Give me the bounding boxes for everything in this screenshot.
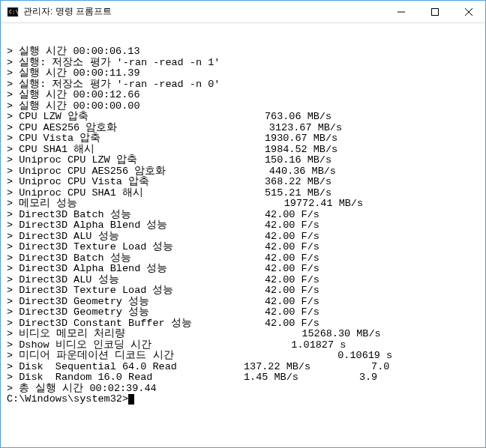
output-line: > Disk Random 16.0 Read 1.45 MB/s 3.9 <box>7 372 485 384</box>
output-line: > Direct3D Batch 성능 42.00 F/s <box>7 210 485 221</box>
maximize-button[interactable] <box>418 1 452 22</box>
output-line: > 총 실행 시간 00:02:39.44 <box>7 384 485 395</box>
output-line: > Direct3D Texture Load 성능 42.00 F/s <box>7 242 485 253</box>
output-line: > 실행: 저장소 평가 '-ran -read -n 1' <box>7 58 485 69</box>
svg-text:C:\: C:\ <box>9 9 19 15</box>
cmd-window: C:\ 관리자: 명령 프롬프트 > 실행 시간 00:00:06.13> 실행… <box>0 0 486 448</box>
output-line: > Direct3D ALU 성능 42.00 F/s <box>7 275 485 286</box>
output-line: > 실행: 저장소 평가 '-ran -read -n 0' <box>7 79 485 91</box>
output-line: > CPU Vista 압축 1930.67 MB/s <box>7 133 485 145</box>
output-line: > Uniproc CPU Vista 압축 368.22 MB/s <box>7 177 485 188</box>
output-line: > Direct3D Geometry 성능 42.00 F/s <box>7 297 485 308</box>
output-line: > Disk Sequential 64.0 Read 137.22 MB/s … <box>7 362 485 373</box>
output-line: > Uniproc CPU AES256 암호화 440.36 MB/s <box>7 166 485 178</box>
output-line: > Direct3D Texture Load 성능 42.00 F/s <box>7 285 485 297</box>
output-line: > Direct3D Geometry 성능 42.00 F/s <box>7 307 485 318</box>
cmd-icon: C:\ <box>7 6 19 18</box>
output-line: > Dshow 비디오 인코딩 시간 1.01827 s <box>7 340 485 351</box>
close-button[interactable] <box>452 1 485 22</box>
output-line: > 메모리 성능 19772.41 MB/s <box>7 199 485 210</box>
cursor <box>128 394 134 405</box>
window-title: 관리자: 명령 프롬프트 <box>23 5 384 18</box>
output-line: > 미디어 파운데이션 디코드 시간 0.10619 s <box>7 351 485 362</box>
terminal-output[interactable]: > 실행 시간 00:00:06.13> 실행: 저장소 평가 '-ran -r… <box>1 23 485 447</box>
minimize-button[interactable] <box>384 1 418 22</box>
output-line: > 실행 시간 00:00:11.39 <box>7 68 485 79</box>
output-line: > Direct3D Batch 성능 42.00 F/s <box>7 253 485 264</box>
output-line: > Direct3D Constant Buffer 성능 42.00 F/s <box>7 318 485 330</box>
output-line: > 비디오 메모리 처리량 15268.30 MB/s <box>7 329 485 340</box>
output-line: > Uniproc CPU LZW 압축 150.16 MB/s <box>7 155 485 166</box>
svg-rect-3 <box>431 8 438 15</box>
output-line: > CPU LZW 압축 763.06 MB/s <box>7 112 485 123</box>
output-line: > CPU SHA1 해시 1984.52 MB/s <box>7 145 485 156</box>
output-line: > 실행 시간 00:00:06.13 <box>7 46 485 58</box>
window-controls <box>384 1 485 22</box>
titlebar[interactable]: C:\ 관리자: 명령 프롬프트 <box>1 1 485 23</box>
output-line: > Direct3D Alpha Blend 성능 42.00 F/s <box>7 264 485 275</box>
output-line: > 실행 시간 00:00:12.66 <box>7 90 485 101</box>
output-line: > Direct3D ALU 성능 42.00 F/s <box>7 231 485 243</box>
output-line: > 실행 시간 00:00:00.00 <box>7 101 485 112</box>
output-line: > Uniproc CPU SHA1 해시 515.21 MB/s <box>7 188 485 199</box>
output-line: > CPU AES256 암호화 3123.67 MB/s <box>7 123 485 134</box>
prompt: C:\Windows\system32> <box>7 393 128 405</box>
output-line: > Direct3D Alpha Blend 성능 42.00 F/s <box>7 220 485 231</box>
